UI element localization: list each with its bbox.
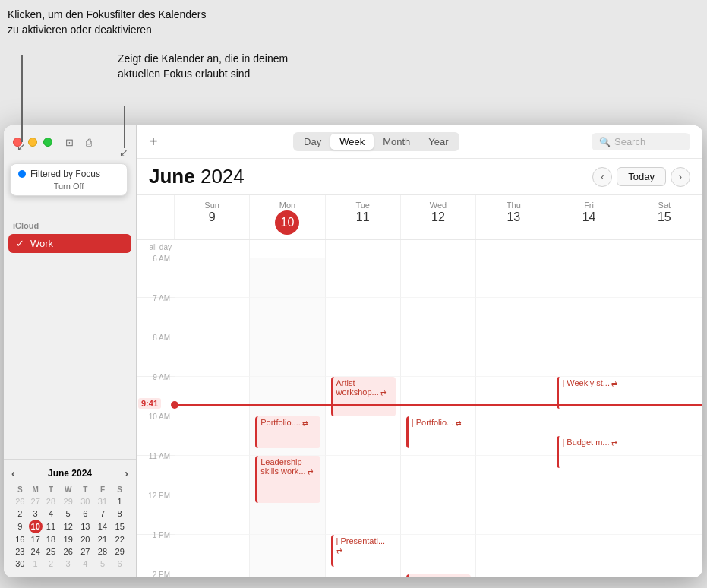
calendar-event-weekly-st[interactable]: | Weekly st... ⇄ [557, 377, 621, 409]
grid-cell[interactable] [175, 495, 250, 535]
mini-cal-day[interactable]: 7 [94, 507, 112, 520]
grid-cell[interactable] [627, 337, 702, 377]
grid-cell[interactable] [627, 416, 702, 456]
week-grid-container[interactable]: Sun 9 Mon 10 Tue 11 Wed 12 [137, 195, 702, 577]
mini-cal-day[interactable]: 13 [77, 520, 94, 533]
calendar-event-artist-workshop[interactable]: Artist workshop... ⇄ [331, 377, 396, 416]
grid-cell[interactable] [627, 298, 702, 337]
mini-cal-day[interactable]: 29 [111, 545, 128, 558]
grid-cell[interactable] [326, 416, 401, 456]
sidebar-item-work[interactable]: ✓ Work [8, 234, 131, 253]
grid-cell[interactable] [551, 337, 627, 377]
mini-cal-day[interactable]: 29 [59, 495, 77, 507]
print-icon[interactable]: ⎙ [83, 136, 95, 148]
mini-cal-day[interactable]: 24 [29, 545, 43, 558]
calendar-event-team-pres[interactable]: Team presentati... ⇄ [406, 574, 471, 577]
calendar-event-presentati[interactable]: | Presentati... ⇄ [331, 535, 396, 567]
grid-cell[interactable] [476, 298, 551, 337]
mini-cal-day[interactable]: 12 [59, 520, 77, 533]
grid-cell[interactable] [551, 258, 627, 298]
grid-cell[interactable] [476, 258, 551, 298]
grid-cell[interactable] [175, 258, 250, 298]
calendar-event-leadership[interactable]: Leadership skills work... ⇄ [255, 456, 320, 503]
grid-cell[interactable] [250, 258, 325, 298]
tab-year[interactable]: Year [419, 134, 457, 150]
tab-month[interactable]: Month [374, 134, 419, 150]
grid-cell[interactable] [175, 416, 250, 456]
grid-cell[interactable] [476, 574, 551, 577]
grid-cell[interactable] [627, 456, 702, 495]
mini-cal-day[interactable]: 6 [111, 558, 128, 570]
today-button[interactable]: Today [617, 167, 666, 186]
mini-cal-day[interactable]: 19 [59, 533, 77, 545]
grid-cell[interactable] [175, 535, 250, 574]
mini-cal-day[interactable]: 28 [43, 495, 60, 507]
mini-cal-day[interactable]: 1 [29, 558, 43, 570]
tab-week[interactable]: Week [330, 134, 374, 150]
calendar-event-portfolio-mon[interactable]: Portfolio.... ⇄ [255, 416, 320, 448]
mini-cal-day[interactable]: 5 [59, 507, 77, 520]
grid-cell[interactable] [476, 495, 551, 535]
mini-cal-day[interactable]: 11 [43, 520, 60, 533]
calendar-event-portfolio-wed[interactable]: | Portfolio... ⇄ [406, 416, 471, 448]
grid-cell[interactable] [175, 337, 250, 377]
grid-cell[interactable] [326, 574, 401, 577]
mini-cal-day[interactable]: 28 [94, 545, 112, 558]
grid-cell[interactable] [627, 377, 702, 416]
mini-cal-day[interactable]: 26 [59, 545, 77, 558]
grid-cell[interactable] [476, 456, 551, 495]
mini-cal-day[interactable]: 27 [77, 545, 94, 558]
grid-cell[interactable] [250, 535, 325, 574]
grid-cell[interactable] [401, 377, 476, 416]
mini-cal-day[interactable]: 5 [94, 558, 112, 570]
grid-cell[interactable] [551, 574, 627, 577]
maximize-button[interactable] [43, 138, 52, 147]
grid-cell[interactable] [551, 298, 627, 337]
mini-cal-day[interactable]: 30 [11, 558, 29, 570]
grid-cell[interactable] [175, 377, 250, 416]
sidebar-toggle-icon[interactable]: ⊡ [63, 136, 75, 148]
grid-cell[interactable] [401, 456, 476, 495]
mini-cal-day[interactable]: 16 [11, 533, 29, 545]
mini-cal-day[interactable]: 14 [94, 520, 112, 533]
focus-filter-popup[interactable]: Filtered by Focus Turn Off [10, 163, 128, 196]
mini-cal-day[interactable]: 6 [77, 507, 94, 520]
grid-cell[interactable] [326, 298, 401, 337]
tab-day[interactable]: Day [295, 134, 330, 150]
grid-cell[interactable] [401, 535, 476, 574]
grid-cell[interactable] [326, 495, 401, 535]
minimize-button[interactable] [28, 138, 37, 147]
grid-cell[interactable] [326, 258, 401, 298]
mini-cal-day[interactable]: 10 [29, 520, 43, 533]
calendar-event-budget-m[interactable]: | Budget m... ⇄ [557, 436, 621, 468]
grid-cell[interactable] [401, 298, 476, 337]
mini-cal-day[interactable]: 15 [111, 520, 128, 533]
mini-cal-day[interactable]: 1 [111, 495, 128, 507]
mini-cal-day[interactable]: 22 [111, 533, 128, 545]
grid-cell[interactable] [326, 456, 401, 495]
mini-cal-day[interactable]: 21 [94, 533, 112, 545]
grid-cell[interactable] [175, 456, 250, 495]
focus-turnoff-label[interactable]: Turn Off [18, 182, 119, 191]
grid-cell[interactable] [250, 298, 325, 337]
next-week-button[interactable]: › [671, 167, 690, 187]
mini-cal-day[interactable]: 30 [77, 495, 94, 507]
mini-cal-day[interactable]: 2 [43, 558, 60, 570]
grid-cell[interactable] [476, 377, 551, 416]
mini-cal-day[interactable]: 2 [11, 507, 29, 520]
mini-cal-day[interactable]: 9 [11, 520, 29, 533]
grid-cell[interactable] [476, 416, 551, 456]
grid-cell[interactable] [551, 495, 627, 535]
mini-cal-day[interactable]: 4 [77, 558, 94, 570]
grid-cell[interactable] [476, 535, 551, 574]
prev-week-button[interactable]: ‹ [592, 167, 612, 187]
grid-cell[interactable] [551, 535, 627, 574]
grid-cell[interactable] [250, 377, 325, 416]
grid-cell[interactable] [627, 535, 702, 574]
grid-cell[interactable] [175, 298, 250, 337]
grid-cell[interactable] [627, 574, 702, 577]
grid-cell[interactable] [401, 337, 476, 377]
mini-cal-day[interactable]: 3 [59, 558, 77, 570]
mini-cal-day[interactable]: 23 [11, 545, 29, 558]
add-event-button[interactable]: + [149, 133, 158, 150]
